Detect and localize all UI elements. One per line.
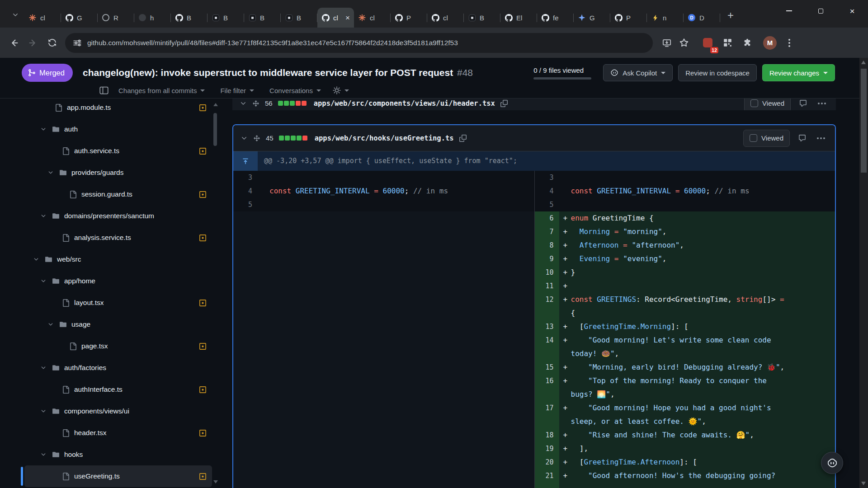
chevron-down-icon[interactable] xyxy=(40,126,52,132)
review-in-codespace-button[interactable]: Review in codespace xyxy=(678,64,757,81)
line-number[interactable]: 6 xyxy=(535,211,559,225)
line-number[interactable]: 13 xyxy=(535,320,559,333)
file-tree-item-analysis-service-ts[interactable]: analysis.service.ts xyxy=(24,227,212,249)
browser-tab[interactable]: DD xyxy=(684,8,720,28)
file-filter-dropdown[interactable]: File filter xyxy=(220,87,254,94)
reload-button[interactable] xyxy=(42,33,61,52)
back-button[interactable] xyxy=(5,33,24,52)
site-info-icon[interactable] xyxy=(73,39,81,47)
viewed-checkbox[interactable] xyxy=(750,134,757,142)
scroll-down-icon[interactable] xyxy=(213,480,218,483)
file-tree-item-usage[interactable]: usage xyxy=(24,314,212,335)
file-comment-button[interactable] xyxy=(795,131,809,145)
line-number[interactable]: 7 xyxy=(535,225,559,239)
line-number[interactable]: 12 xyxy=(535,293,559,306)
chevron-down-icon[interactable] xyxy=(40,451,52,458)
line-number[interactable]: 14 xyxy=(535,333,559,347)
chevron-down-icon[interactable] xyxy=(47,321,59,328)
scroll-down-icon[interactable] xyxy=(861,482,866,485)
browser-tab[interactable]: B xyxy=(171,8,208,28)
browser-tab[interactable]: G xyxy=(61,8,98,28)
forward-button[interactable] xyxy=(24,33,42,52)
file-tree-item-providers-guards[interactable]: providers/guards xyxy=(24,162,212,183)
line-number[interactable]: 4 xyxy=(535,184,559,198)
expand-hunk-button[interactable] xyxy=(233,151,258,171)
scroll-up-icon[interactable] xyxy=(861,61,866,64)
file-tree-scrollbar-thumb[interactable] xyxy=(213,113,217,146)
file-menu-button[interactable] xyxy=(814,131,828,145)
browser-tab[interactable]: h xyxy=(134,8,171,28)
line-number[interactable]: 5 xyxy=(233,198,258,211)
file-comment-button[interactable] xyxy=(796,99,810,110)
line-number[interactable]: 5 xyxy=(535,198,559,211)
file-tree-item-authinterface-ts[interactable]: authInterface.ts xyxy=(24,379,212,400)
file-tree-scrollbar[interactable] xyxy=(212,101,218,485)
collapse-file-button[interactable] xyxy=(240,100,247,107)
file-tree-item-app-module-ts[interactable]: app.module.ts xyxy=(24,99,212,118)
browser-tab[interactable]: B xyxy=(281,8,317,28)
line-number[interactable]: 3 xyxy=(233,171,258,184)
file-tree-item-web-src[interactable]: web/src xyxy=(24,249,212,270)
drag-handle[interactable] xyxy=(252,100,259,107)
tab-close-icon[interactable]: × xyxy=(345,14,350,22)
wallet-extension-button[interactable] xyxy=(719,34,736,52)
file-tree-item-usegreeting-ts[interactable]: useGreeting.ts xyxy=(24,465,212,487)
line-number[interactable] xyxy=(535,415,559,428)
line-number[interactable]: 11 xyxy=(535,279,559,293)
copilot-fab[interactable] xyxy=(821,452,843,474)
file-tree-item-domains-presenters-sanctum[interactable]: domains/presenters/sanctum xyxy=(24,205,212,227)
line-number[interactable] xyxy=(535,483,559,488)
browser-tab[interactable]: n xyxy=(647,8,684,28)
diff-settings-dropdown[interactable] xyxy=(333,86,349,94)
extensions-menu-button[interactable] xyxy=(739,34,756,52)
changes-from-dropdown[interactable]: Changes from all commits xyxy=(118,87,205,94)
browser-tab-active[interactable]: cl× xyxy=(317,8,354,28)
browser-tab[interactable]: R xyxy=(98,8,134,28)
browser-tab[interactable]: El xyxy=(500,8,537,28)
review-changes-button[interactable]: Review changes xyxy=(762,64,835,81)
line-number[interactable]: 4 xyxy=(233,184,258,198)
maximize-button[interactable] xyxy=(805,0,836,22)
chevron-down-icon[interactable] xyxy=(40,278,52,284)
url-text[interactable]: github.com/mohswell/mintify/pull/48/file… xyxy=(87,39,458,47)
line-number[interactable] xyxy=(535,388,559,401)
scroll-up-icon[interactable] xyxy=(213,103,218,106)
chevron-down-icon[interactable] xyxy=(47,169,59,176)
tab-search-button[interactable] xyxy=(7,7,24,23)
address-bar[interactable]: github.com/mohswell/mintify/pull/48/file… xyxy=(65,33,653,53)
line-number[interactable]: 20 xyxy=(535,455,559,469)
file-tree-item-auth-factories[interactable]: auth/factories xyxy=(24,357,212,379)
file-tree-item-app-home[interactable]: app/home xyxy=(24,270,212,292)
browser-tab[interactable]: P xyxy=(610,8,647,28)
drag-handle[interactable] xyxy=(253,135,260,142)
browser-tab[interactable]: fe xyxy=(537,8,574,28)
browser-tab[interactable]: G xyxy=(574,8,610,28)
file-menu-button[interactable] xyxy=(815,99,829,110)
line-number[interactable]: 18 xyxy=(535,428,559,442)
line-number[interactable] xyxy=(535,347,559,361)
viewed-checkbox[interactable] xyxy=(750,99,758,107)
adblock-extension-button[interactable]: 12 xyxy=(699,34,716,52)
browser-tab[interactable]: B xyxy=(208,8,244,28)
browser-tab[interactable]: B xyxy=(244,8,281,28)
close-button[interactable]: × xyxy=(836,0,868,22)
chevron-down-icon[interactable] xyxy=(33,256,45,263)
file-tree-item-components-views-ui[interactable]: components/views/ui xyxy=(24,400,212,422)
file-tree-item-page-tsx[interactable]: page.tsx xyxy=(24,335,212,357)
browser-tab[interactable]: cl xyxy=(427,8,464,28)
line-number[interactable]: 15 xyxy=(535,361,559,374)
line-number[interactable]: 10 xyxy=(535,266,559,279)
line-number[interactable]: 3 xyxy=(535,171,559,184)
bookmark-button[interactable] xyxy=(675,34,693,52)
copy-path-button[interactable] xyxy=(459,135,467,142)
browser-tab[interactable]: P xyxy=(391,8,427,28)
new-tab-button[interactable]: + xyxy=(723,8,738,23)
minimize-button[interactable] xyxy=(773,0,805,22)
browser-tab[interactable]: B xyxy=(464,8,500,28)
line-number[interactable] xyxy=(535,306,559,320)
file-tree-item-session-guard-ts[interactable]: session.guard.ts xyxy=(24,183,212,205)
file-tree-item-hooks[interactable]: hooks xyxy=(24,444,212,465)
sidebar-toggle-button[interactable] xyxy=(99,86,108,95)
line-number[interactable]: 9 xyxy=(535,252,559,266)
page-scrollbar-thumb[interactable] xyxy=(861,69,867,173)
